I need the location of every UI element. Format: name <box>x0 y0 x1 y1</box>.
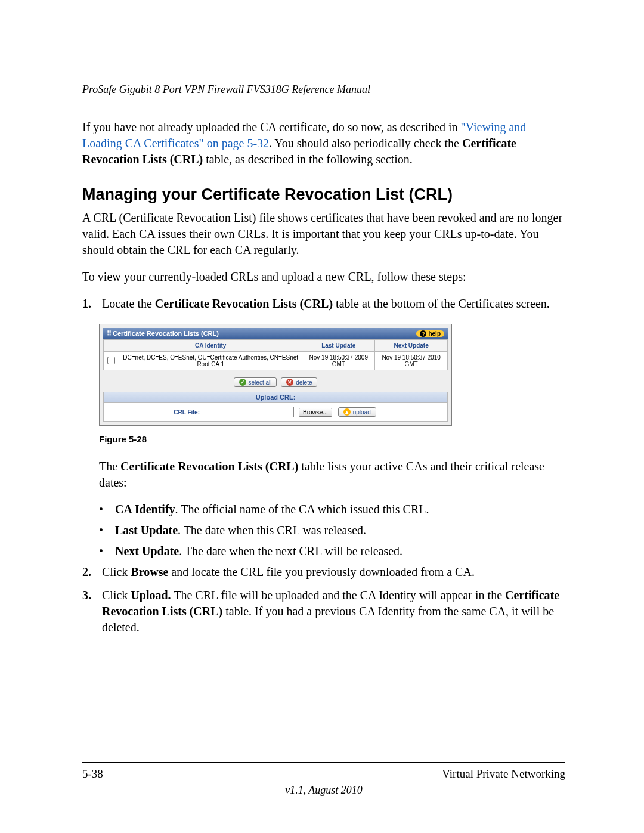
upload-header: Upload CRL: <box>103 392 448 403</box>
text: . The official name of the CA which issu… <box>175 503 429 516</box>
text: table, as described in the following sec… <box>203 153 413 166</box>
intro-paragraph: If you have not already uploaded the CA … <box>82 119 565 168</box>
btn-label: select all <box>249 379 272 386</box>
text: The CRL file will be uploaded and the CA… <box>171 589 505 602</box>
text: Click <box>102 589 131 602</box>
figure-5-28: ⠿ Certificate Revocation Lists (CRL) ? h… <box>99 324 452 426</box>
help-icon: ? <box>420 330 426 337</box>
crl-desc-paragraph: A CRL (Certificate Revocation List) file… <box>82 210 565 258</box>
grip-icon: ⠿ <box>107 330 111 337</box>
page-number: 5-38 <box>82 767 103 781</box>
help-button[interactable]: ? help <box>416 330 444 337</box>
col-ca-identity: CA Identity <box>119 340 302 352</box>
step-3: 3. Click Upload. The CRL file will be up… <box>82 587 565 636</box>
bold-term: Last Update <box>115 524 178 537</box>
footer-rule <box>82 762 565 763</box>
text: and locate the CRL file you previously d… <box>168 565 475 578</box>
text: . The date when this CRL was released. <box>178 524 366 537</box>
bold-term: Certificate Revocation Lists (CRL) <box>120 460 298 473</box>
upload-row: CRL File: Browse... ▲ upload <box>103 403 448 422</box>
step-number: 3. <box>82 587 99 603</box>
row-checkbox[interactable] <box>107 357 115 364</box>
text: Click <box>102 565 131 578</box>
bold-term: Certificate Revocation Lists (CRL) <box>155 297 333 310</box>
help-label: help <box>428 330 441 337</box>
text: Locate the <box>102 297 155 310</box>
delete-icon: ✕ <box>286 379 293 386</box>
bullet-ca-identify: CA Identify. The official name of the CA… <box>99 501 565 518</box>
text: If you have not already uploaded the CA … <box>82 120 461 134</box>
upload-icon: ▲ <box>343 408 351 416</box>
col-select <box>104 340 119 352</box>
select-all-button[interactable]: ✓ select all <box>234 377 277 387</box>
cell-next-update: Nov 19 18:50:37 2010 GMT <box>375 352 448 370</box>
text: . The date when the next CRL will be rel… <box>179 544 402 558</box>
bold-term: Browse <box>131 565 168 578</box>
crl-steps-intro: To view your currently-loaded CRLs and u… <box>82 269 565 285</box>
bold-term: Next Update <box>115 544 179 558</box>
panel-title-text: Certificate Revocation Lists (CRL) <box>113 330 219 337</box>
crl-panel: ⠿ Certificate Revocation Lists (CRL) ? h… <box>99 324 452 426</box>
browse-button[interactable]: Browse... <box>299 408 332 417</box>
bold-term: CA Identify <box>115 503 175 516</box>
text: . You should also periodically check the <box>269 137 462 150</box>
bullet-next-update: Next Update. The date when the next CRL … <box>99 543 565 559</box>
btn-label: upload <box>353 409 371 416</box>
panel-titlebar: ⠿ Certificate Revocation Lists (CRL) ? h… <box>103 328 448 339</box>
crl-file-label: CRL File: <box>174 409 200 416</box>
table-actions: ✓ select all ✕ delete <box>103 370 448 392</box>
upload-button[interactable]: ▲ upload <box>338 407 376 417</box>
running-header: ProSafe Gigabit 8 Port VPN Firewall FVS3… <box>82 83 565 96</box>
page-footer: 5-38 Virtual Private Networking v1.1, Au… <box>82 762 565 797</box>
col-next-update: Next Update <box>375 340 448 352</box>
step-1: 1. Locate the Certificate Revocation Lis… <box>82 296 565 312</box>
table-desc-paragraph: The Certificate Revocation Lists (CRL) t… <box>99 459 565 491</box>
cell-ca-identity: DC=net, DC=ES, O=ESnet, OU=Certificate A… <box>119 352 302 370</box>
btn-label: delete <box>296 379 312 386</box>
bold-term: Upload. <box>131 589 171 602</box>
crl-table: CA Identity Last Update Next Update DC=n… <box>103 339 448 370</box>
section-heading: Managing your Certificate Revocation Lis… <box>82 185 565 204</box>
step-number: 2. <box>82 564 99 580</box>
col-last-update: Last Update <box>302 340 375 352</box>
check-icon: ✓ <box>239 379 246 386</box>
step-number: 1. <box>82 296 99 312</box>
footer-version: v1.1, August 2010 <box>82 784 565 797</box>
step-2: 2. Click Browse and locate the CRL file … <box>82 564 565 580</box>
table-row: DC=net, DC=ES, O=ESnet, OU=Certificate A… <box>104 352 448 370</box>
cell-last-update: Nov 19 18:50:37 2009 GMT <box>302 352 375 370</box>
figure-caption: Figure 5-28 <box>99 434 565 444</box>
crl-file-input[interactable] <box>205 407 294 417</box>
text: table at the bottom of the Certificates … <box>333 297 550 310</box>
header-rule <box>82 101 565 101</box>
delete-button[interactable]: ✕ delete <box>281 377 317 387</box>
bullet-last-update: Last Update. The date when this CRL was … <box>99 522 565 538</box>
text: The <box>99 460 120 473</box>
footer-section: Virtual Private Networking <box>442 767 565 781</box>
